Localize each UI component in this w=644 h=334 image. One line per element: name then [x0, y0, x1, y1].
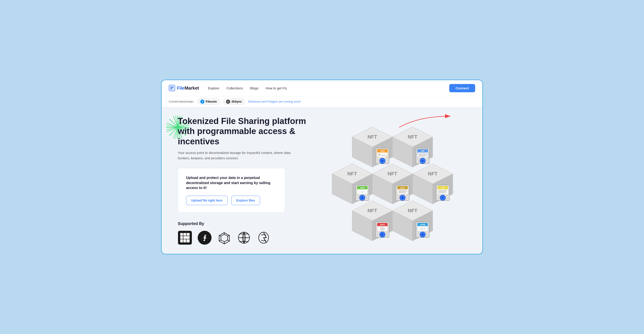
svg-text:NFT: NFT: [388, 171, 397, 177]
svg-point-135: [422, 234, 424, 236]
upload-box-title: Upload and protect your data in a perpet…: [186, 175, 277, 190]
svg-text:♪: ♪: [361, 190, 363, 194]
svg-rect-22: [180, 239, 183, 242]
svg-rect-23: [183, 239, 186, 242]
explore-files-button[interactable]: Explore files: [231, 196, 260, 205]
blockchain-bar: Current blockchain: ⨎ Filecoin ZkSync Et…: [162, 96, 482, 107]
svg-text:NFT: NFT: [348, 171, 357, 177]
connect-button[interactable]: Connect: [449, 84, 475, 92]
blockchain-label: Current blockchain:: [169, 100, 194, 103]
svg-rect-17: [180, 233, 183, 236]
main-content: Tokenized File Sharing platform with pro…: [162, 107, 482, 254]
svg-rect-24: [186, 239, 190, 242]
svg-text:NFT: NFT: [368, 134, 377, 140]
nav-blogs[interactable]: Blogs: [250, 86, 258, 90]
svg-text:.DOC: .DOC: [400, 187, 405, 189]
upload-box: Upload and protect your data in a perpet…: [178, 168, 285, 212]
svg-point-68: [422, 160, 424, 162]
main-container: FileMarket Explore Collections Blogs How…: [161, 79, 483, 255]
svg-rect-0: [170, 86, 172, 88]
navbar: FileMarket Explore Collections Blogs How…: [162, 80, 482, 96]
logo[interactable]: FileMarket: [169, 85, 199, 91]
svg-rect-1: [172, 86, 174, 88]
svg-marker-28: [221, 234, 228, 242]
svg-text:⨎: ⨎: [203, 234, 206, 241]
nav-collections[interactable]: Collections: [226, 86, 243, 90]
logo-label: FileMarket: [177, 86, 199, 91]
gravity-logo: [256, 231, 271, 245]
zksync-chip[interactable]: ZkSync: [223, 98, 245, 105]
hero-subtitle: Your access point to decentralized stora…: [178, 150, 298, 161]
svg-rect-3: [172, 88, 174, 90]
svg-text:NFT: NFT: [408, 134, 418, 140]
svg-point-53: [381, 160, 384, 162]
polygon-logo: [217, 231, 232, 245]
svg-text:.MP3: .MP3: [360, 187, 364, 189]
hero-title: Tokenized File Sharing platform with pro…: [178, 116, 321, 147]
supported-title: Supported By: [178, 221, 321, 226]
svg-point-123: [381, 234, 384, 236]
supported-section: Supported By: [178, 221, 321, 245]
upload-box-buttons: Upload file right here Explore files: [186, 196, 277, 205]
coming-soon-text: Ethereum and Polygon are coming soon!: [248, 100, 301, 103]
nft-cube-grid: NFT .JPG: [325, 120, 455, 245]
svg-text:.JPG: .JPG: [380, 150, 385, 152]
left-content: Tokenized File Sharing platform with pro…: [169, 107, 321, 254]
svg-text:NFT: NFT: [428, 171, 438, 177]
svg-rect-20: [180, 236, 183, 239]
svg-rect-21: [183, 236, 190, 239]
svg-text:.ZIP: .ZIP: [421, 150, 425, 152]
filecoin-chip[interactable]: ⨎ Filecoin: [198, 98, 220, 105]
crosschain-logo: [237, 231, 251, 245]
svg-text:</>: </>: [420, 227, 425, 231]
svg-rect-18: [183, 233, 186, 236]
svg-point-51: [378, 153, 380, 155]
filecoin-icon: ⨎: [200, 100, 204, 104]
nav-links: Explore Collections Blogs How to get FIL: [208, 86, 449, 90]
protocol-labs-logo: [178, 231, 192, 245]
svg-text:.TXT: .TXT: [440, 187, 445, 189]
svg-point-80: [361, 197, 363, 199]
svg-text:.MOV: .MOV: [380, 224, 385, 226]
svg-point-110: [442, 197, 444, 199]
svg-rect-19: [186, 233, 190, 236]
upload-file-button[interactable]: Upload file right here: [186, 196, 228, 205]
filecoin-label: Filecoin: [206, 100, 217, 103]
svg-rect-50: [377, 153, 388, 157]
filecoin-logo: ⨎: [198, 231, 212, 245]
svg-text:.HTML: .HTML: [420, 224, 426, 226]
supporter-logos: ⨎: [178, 231, 321, 245]
svg-rect-62: [418, 153, 428, 157]
logo-icon: [169, 85, 175, 91]
right-content: NFT .JPG: [321, 107, 460, 254]
svg-text:NFT: NFT: [368, 208, 377, 213]
svg-rect-2: [170, 88, 172, 90]
svg-text:NFT: NFT: [408, 208, 418, 213]
svg-point-95: [402, 197, 404, 199]
nav-explore[interactable]: Explore: [208, 86, 219, 90]
zksync-label: ZkSync: [232, 100, 242, 103]
zksync-icon: [226, 100, 230, 104]
nav-how-to-get-fil[interactable]: How to get FIL: [266, 86, 288, 90]
